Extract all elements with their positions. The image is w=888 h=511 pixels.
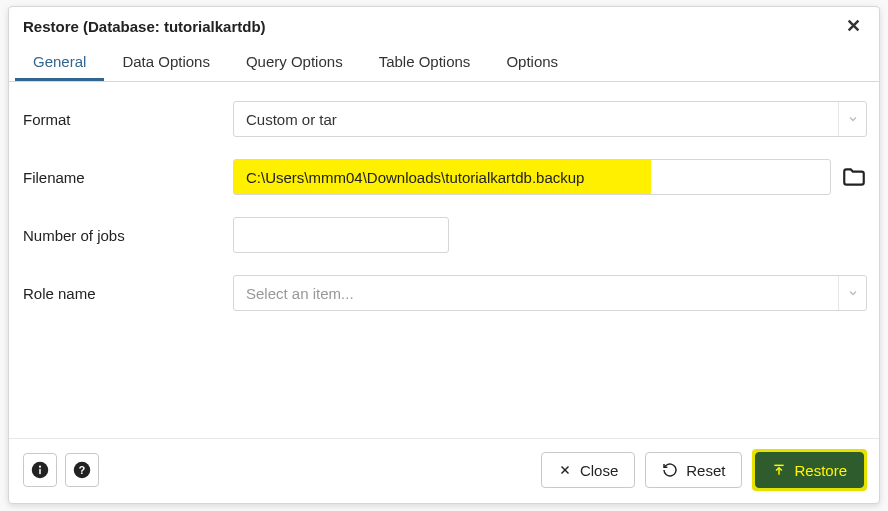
restore-label: Restore <box>794 462 847 479</box>
info-button[interactable] <box>23 453 57 487</box>
close-label: Close <box>580 462 618 479</box>
row-role: Role name Select an item... <box>23 264 867 322</box>
restore-highlight: Restore <box>752 449 867 491</box>
help-icon: ? <box>73 461 91 479</box>
reset-icon <box>662 462 678 478</box>
x-icon <box>558 463 572 477</box>
restore-button[interactable]: Restore <box>755 452 864 488</box>
form-body: Format Custom or tar Filename <box>9 82 879 438</box>
row-filename: Filename <box>23 148 867 206</box>
folder-icon[interactable] <box>841 164 867 190</box>
svg-text:?: ? <box>79 464 85 476</box>
chevron-down-icon <box>838 102 866 136</box>
tab-general[interactable]: General <box>15 43 104 81</box>
svg-rect-1 <box>39 469 41 474</box>
jobs-input[interactable] <box>233 217 449 253</box>
label-format: Format <box>23 111 233 128</box>
row-format: Format Custom or tar <box>23 90 867 148</box>
help-button[interactable]: ? <box>65 453 99 487</box>
role-select[interactable]: Select an item... <box>233 275 867 311</box>
label-filename: Filename <box>23 169 233 186</box>
dialog-title: Restore (Database: tutorialkartdb) <box>23 18 266 35</box>
role-placeholder: Select an item... <box>246 285 354 302</box>
close-button[interactable]: Close <box>541 452 635 488</box>
info-icon <box>31 461 49 479</box>
tab-query-options[interactable]: Query Options <box>228 43 361 81</box>
row-jobs: Number of jobs <box>23 206 867 264</box>
upload-icon <box>772 463 786 477</box>
chevron-down-icon <box>838 276 866 310</box>
footer: ? Close Reset <box>9 438 879 503</box>
svg-point-2 <box>39 466 41 468</box>
tab-table-options[interactable]: Table Options <box>361 43 489 81</box>
reset-button[interactable]: Reset <box>645 452 742 488</box>
close-icon[interactable]: ✕ <box>842 15 865 37</box>
format-value: Custom or tar <box>246 111 337 128</box>
label-jobs: Number of jobs <box>23 227 233 244</box>
tabs: General Data Options Query Options Table… <box>9 43 879 82</box>
titlebar: Restore (Database: tutorialkartdb) ✕ <box>9 7 879 43</box>
label-role: Role name <box>23 285 233 302</box>
restore-dialog: Restore (Database: tutorialkartdb) ✕ Gen… <box>8 6 880 504</box>
tab-options[interactable]: Options <box>488 43 576 81</box>
format-select[interactable]: Custom or tar <box>233 101 867 137</box>
tab-data-options[interactable]: Data Options <box>104 43 228 81</box>
reset-label: Reset <box>686 462 725 479</box>
filename-input[interactable] <box>233 159 831 195</box>
